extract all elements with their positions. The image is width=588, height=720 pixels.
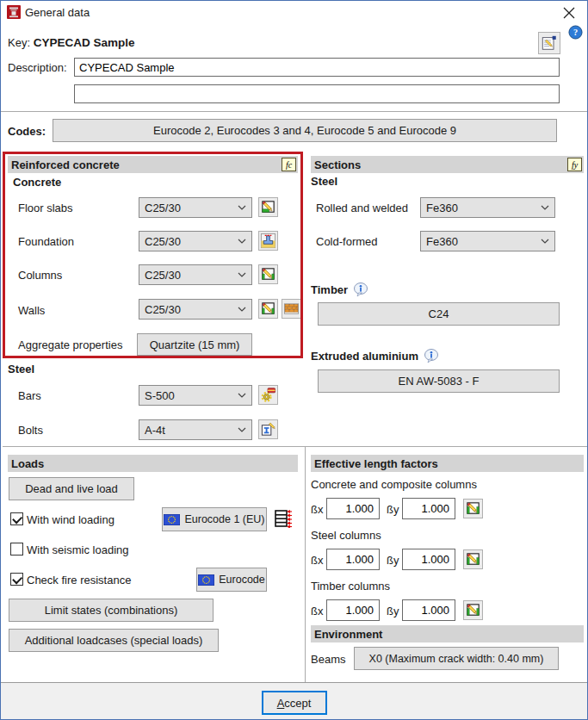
chevron-down-icon xyxy=(238,239,251,244)
rebar-gear-icon xyxy=(260,387,276,403)
bx-label: ßx xyxy=(311,503,323,516)
codes-button[interactable]: Eurocode 2, Eurocodes 3 and 4, Eurocode … xyxy=(53,119,557,142)
wind-loads-icon[interactable] xyxy=(274,509,293,528)
bx-label: ßx xyxy=(311,605,323,618)
fy-badge-icon[interactable]: fy xyxy=(567,158,582,171)
column-edit-icon xyxy=(260,266,276,282)
rebar-options-button[interactable] xyxy=(258,385,278,405)
by-label: ßy xyxy=(387,503,399,516)
cold-formed-select[interactable]: Fe360 xyxy=(420,231,555,251)
by-label: ßy xyxy=(387,554,399,567)
edit-columns-button[interactable] xyxy=(258,264,278,284)
effective-length-title: Effective length factors xyxy=(311,457,438,470)
rolled-welded-select[interactable]: Fe360 xyxy=(420,197,555,218)
eu-flag-icon xyxy=(164,514,180,525)
seismic-loading-label: With seismic loading xyxy=(27,543,129,556)
codes-label: Codes: xyxy=(8,125,46,138)
loads-header: Loads xyxy=(8,455,298,472)
chevron-down-icon xyxy=(238,272,251,277)
edit-floor-slab-button[interactable] xyxy=(258,197,278,217)
foundation-select[interactable]: C25/30 xyxy=(139,231,252,251)
walls-select[interactable]: C25/30 xyxy=(139,299,252,320)
chevron-down-icon xyxy=(238,427,251,432)
bolt-edit-icon xyxy=(260,421,276,438)
masonry-walls-button[interactable] xyxy=(282,299,301,319)
aluminium-row: Extruded aluminium xyxy=(311,348,439,363)
columns-label: Columns xyxy=(18,269,62,282)
floor-slabs-label: Floor slabs xyxy=(18,202,73,214)
divider-vertical xyxy=(305,446,306,682)
foundation-label: Foundation xyxy=(18,235,74,248)
fc-badge-icon[interactable]: fc xyxy=(282,158,296,171)
edit-walls-button[interactable] xyxy=(258,299,278,319)
timber-button[interactable]: C24 xyxy=(318,302,560,326)
wind-code-button[interactable]: Eurocode 1 (EU) xyxy=(162,507,267,531)
beams-environment-button[interactable]: X0 (Maximum crack width: 0.40 mm) xyxy=(354,647,559,670)
limit-states-button[interactable]: Limit states (combinations) xyxy=(9,599,214,622)
frame-edit-icon xyxy=(465,602,481,618)
description-input[interactable] xyxy=(74,58,560,77)
concrete-columns-label: Concrete and composite columns xyxy=(311,478,477,491)
bolts-options-button[interactable] xyxy=(258,419,278,439)
fire-code-button[interactable]: Eurocode xyxy=(196,568,267,592)
key-value: CYPECAD Sample xyxy=(34,36,135,49)
bolts-select[interactable]: A-4t xyxy=(139,419,252,440)
brick-wall-icon xyxy=(283,301,300,317)
description-input-2[interactable] xyxy=(74,84,560,103)
edit-form-icon xyxy=(541,34,558,52)
info-icon[interactable] xyxy=(353,282,368,297)
wind-loading-checkbox[interactable] xyxy=(10,512,23,525)
steel-columns-label: Steel columns xyxy=(311,529,381,542)
aggregate-properties-label: Aggregate properties xyxy=(18,338,122,351)
environment-title: Environment xyxy=(311,628,382,641)
chevron-down-icon xyxy=(238,393,251,398)
separator-top xyxy=(1,111,588,112)
help-icon[interactable]: ? xyxy=(568,25,583,40)
fire-resistance-checkbox[interactable] xyxy=(10,573,23,586)
edit-key-button[interactable] xyxy=(538,32,560,54)
chevron-down-icon xyxy=(541,205,554,210)
title-bar: General data xyxy=(1,1,587,23)
general-data-dialog: General data ? Key: CYPECAD Sample Descr… xyxy=(0,0,588,720)
edit-timber-columns-button[interactable] xyxy=(463,600,483,620)
seismic-loading-checkbox[interactable] xyxy=(10,543,23,556)
window-title: General data xyxy=(25,6,90,19)
loads-title: Loads xyxy=(8,457,44,470)
description-label: Description: xyxy=(8,61,67,74)
aggregate-properties-button[interactable]: Quartzite (15 mm) xyxy=(137,333,252,356)
timber-by-input[interactable] xyxy=(402,599,455,621)
bolts-label: Bolts xyxy=(18,424,43,437)
concrete-by-input[interactable] xyxy=(402,498,455,519)
chevron-down-icon xyxy=(238,205,251,210)
steel-bx-input[interactable] xyxy=(326,549,380,570)
reinforced-concrete-title: Reinforced concrete xyxy=(8,158,120,171)
edit-foundation-button[interactable] xyxy=(258,231,278,251)
eu-flag-icon xyxy=(198,574,214,586)
walls-label: Walls xyxy=(18,304,45,317)
dead-live-load-button[interactable]: Dead and live load xyxy=(9,477,134,500)
floor-slabs-select[interactable]: C25/30 xyxy=(139,197,252,218)
steel-by-input[interactable] xyxy=(402,549,455,570)
additional-loadcases-button[interactable]: Additional loadcases (special loads) xyxy=(9,629,219,652)
concrete-bx-input[interactable] xyxy=(326,498,380,519)
edit-steel-columns-button[interactable] xyxy=(463,549,483,569)
info-icon[interactable] xyxy=(424,348,439,363)
bars-select[interactable]: S-500 xyxy=(139,385,252,406)
foundation-icon xyxy=(260,233,276,249)
steel-title-right: Steel xyxy=(311,175,337,188)
columns-select[interactable]: C25/30 xyxy=(139,264,252,285)
sections-title: Sections xyxy=(311,158,361,171)
wall-edit-icon xyxy=(260,301,276,317)
extruded-aluminium-button[interactable]: EN AW-5083 - F xyxy=(318,369,560,393)
edit-concrete-columns-button[interactable] xyxy=(463,499,483,518)
by-label: ßy xyxy=(387,605,399,618)
timber-columns-label: Timber columns xyxy=(311,580,390,593)
reinforced-concrete-header: Reinforced concrete fc xyxy=(8,156,298,173)
chevron-down-icon xyxy=(541,239,554,244)
accept-button[interactable]: Accept xyxy=(262,691,327,715)
bars-label: Bars xyxy=(18,389,41,402)
frame-edit-icon xyxy=(465,551,481,568)
close-icon[interactable] xyxy=(560,4,579,22)
frame-edit-icon xyxy=(465,500,481,517)
timber-bx-input[interactable] xyxy=(326,599,380,621)
